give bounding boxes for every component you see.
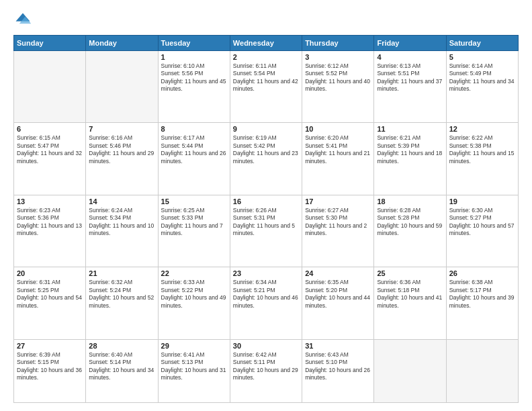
day-info: Sunrise: 6:39 AM Sunset: 5:15 PM Dayligh… (17, 351, 83, 382)
day-number: 27 (17, 342, 83, 350)
day-cell: 13Sunrise: 6:23 AM Sunset: 5:36 PM Dayli… (14, 195, 86, 267)
day-number: 16 (233, 197, 299, 205)
day-info: Sunrise: 6:42 AM Sunset: 5:11 PM Dayligh… (233, 351, 299, 382)
weekday-header-saturday: Saturday (446, 36, 518, 51)
day-cell: 4Sunrise: 6:13 AM Sunset: 5:51 PM Daylig… (374, 51, 446, 123)
weekday-header-tuesday: Tuesday (158, 36, 230, 51)
day-info: Sunrise: 6:23 AM Sunset: 5:36 PM Dayligh… (17, 207, 83, 238)
day-info: Sunrise: 6:20 AM Sunset: 5:41 PM Dayligh… (305, 134, 371, 165)
day-cell: 19Sunrise: 6:30 AM Sunset: 5:27 PM Dayli… (446, 195, 518, 267)
day-cell: 18Sunrise: 6:28 AM Sunset: 5:28 PM Dayli… (374, 195, 446, 267)
day-cell (446, 339, 518, 402)
day-number: 20 (17, 269, 83, 277)
day-number: 7 (89, 125, 154, 133)
day-cell: 30Sunrise: 6:42 AM Sunset: 5:11 PM Dayli… (230, 339, 302, 402)
day-number: 17 (305, 197, 371, 205)
day-cell: 21Sunrise: 6:32 AM Sunset: 5:24 PM Dayli… (86, 267, 158, 339)
day-info: Sunrise: 6:19 AM Sunset: 5:42 PM Dayligh… (233, 134, 299, 165)
day-number: 1 (161, 53, 227, 61)
day-cell: 11Sunrise: 6:21 AM Sunset: 5:39 PM Dayli… (374, 123, 446, 195)
day-cell (86, 51, 158, 123)
day-number: 10 (305, 125, 371, 133)
day-cell: 10Sunrise: 6:20 AM Sunset: 5:41 PM Dayli… (302, 123, 374, 195)
logo-icon (13, 11, 32, 30)
day-info: Sunrise: 6:41 AM Sunset: 5:13 PM Dayligh… (161, 351, 227, 382)
day-cell: 22Sunrise: 6:33 AM Sunset: 5:22 PM Dayli… (158, 267, 230, 339)
day-cell: 29Sunrise: 6:41 AM Sunset: 5:13 PM Dayli… (158, 339, 230, 402)
day-info: Sunrise: 6:36 AM Sunset: 5:18 PM Dayligh… (377, 279, 443, 310)
day-info: Sunrise: 6:12 AM Sunset: 5:52 PM Dayligh… (305, 62, 371, 93)
day-number: 3 (305, 53, 371, 61)
weekday-header-friday: Friday (374, 36, 446, 51)
day-info: Sunrise: 6:11 AM Sunset: 5:54 PM Dayligh… (233, 62, 299, 93)
weekday-header-row: SundayMondayTuesdayWednesdayThursdayFrid… (14, 36, 519, 51)
day-number: 2 (233, 53, 299, 61)
day-info: Sunrise: 6:31 AM Sunset: 5:25 PM Dayligh… (17, 279, 83, 310)
day-info: Sunrise: 6:25 AM Sunset: 5:33 PM Dayligh… (161, 207, 227, 238)
day-number: 30 (233, 342, 299, 350)
day-info: Sunrise: 6:22 AM Sunset: 5:38 PM Dayligh… (449, 134, 515, 165)
day-number: 21 (89, 269, 154, 277)
day-cell: 24Sunrise: 6:35 AM Sunset: 5:20 PM Dayli… (302, 267, 374, 339)
day-info: Sunrise: 6:17 AM Sunset: 5:44 PM Dayligh… (161, 134, 227, 165)
day-info: Sunrise: 6:16 AM Sunset: 5:46 PM Dayligh… (89, 134, 154, 165)
day-number: 9 (233, 125, 299, 133)
day-number: 24 (305, 269, 371, 277)
day-info: Sunrise: 6:13 AM Sunset: 5:51 PM Dayligh… (377, 62, 443, 93)
weekday-header-monday: Monday (86, 36, 158, 51)
day-cell: 28Sunrise: 6:40 AM Sunset: 5:14 PM Dayli… (86, 339, 158, 402)
day-number: 13 (17, 197, 83, 205)
day-cell: 2Sunrise: 6:11 AM Sunset: 5:54 PM Daylig… (230, 51, 302, 123)
week-row-1: 6Sunrise: 6:15 AM Sunset: 5:47 PM Daylig… (14, 123, 519, 195)
day-cell: 7Sunrise: 6:16 AM Sunset: 5:46 PM Daylig… (86, 123, 158, 195)
day-info: Sunrise: 6:43 AM Sunset: 5:10 PM Dayligh… (305, 351, 371, 382)
day-cell: 27Sunrise: 6:39 AM Sunset: 5:15 PM Dayli… (14, 339, 86, 402)
day-info: Sunrise: 6:14 AM Sunset: 5:49 PM Dayligh… (449, 62, 515, 93)
day-info: Sunrise: 6:15 AM Sunset: 5:47 PM Dayligh… (17, 134, 83, 165)
day-number: 22 (161, 269, 227, 277)
day-cell: 15Sunrise: 6:25 AM Sunset: 5:33 PM Dayli… (158, 195, 230, 267)
page: SundayMondayTuesdayWednesdayThursdayFrid… (0, 0, 532, 411)
day-info: Sunrise: 6:26 AM Sunset: 5:31 PM Dayligh… (233, 207, 299, 238)
day-number: 11 (377, 125, 443, 133)
day-cell: 14Sunrise: 6:24 AM Sunset: 5:34 PM Dayli… (86, 195, 158, 267)
day-info: Sunrise: 6:27 AM Sunset: 5:30 PM Dayligh… (305, 207, 371, 238)
day-number: 4 (377, 53, 443, 61)
day-info: Sunrise: 6:10 AM Sunset: 5:56 PM Dayligh… (161, 62, 227, 93)
day-cell: 6Sunrise: 6:15 AM Sunset: 5:47 PM Daylig… (14, 123, 86, 195)
day-number: 15 (161, 197, 227, 205)
day-info: Sunrise: 6:33 AM Sunset: 5:22 PM Dayligh… (161, 279, 227, 310)
day-number: 31 (305, 342, 371, 350)
day-number: 6 (17, 125, 83, 133)
day-cell: 12Sunrise: 6:22 AM Sunset: 5:38 PM Dayli… (446, 123, 518, 195)
day-number: 5 (449, 53, 515, 61)
day-number: 8 (161, 125, 227, 133)
week-row-2: 13Sunrise: 6:23 AM Sunset: 5:36 PM Dayli… (14, 195, 519, 267)
logo (13, 11, 35, 30)
day-cell: 16Sunrise: 6:26 AM Sunset: 5:31 PM Dayli… (230, 195, 302, 267)
day-info: Sunrise: 6:35 AM Sunset: 5:20 PM Dayligh… (305, 279, 371, 310)
day-number: 23 (233, 269, 299, 277)
day-cell (374, 339, 446, 402)
day-cell: 5Sunrise: 6:14 AM Sunset: 5:49 PM Daylig… (446, 51, 518, 123)
day-number: 25 (377, 269, 443, 277)
day-cell: 1Sunrise: 6:10 AM Sunset: 5:56 PM Daylig… (158, 51, 230, 123)
day-cell: 26Sunrise: 6:38 AM Sunset: 5:17 PM Dayli… (446, 267, 518, 339)
day-info: Sunrise: 6:40 AM Sunset: 5:14 PM Dayligh… (89, 351, 154, 382)
day-number: 14 (89, 197, 154, 205)
week-row-0: 1Sunrise: 6:10 AM Sunset: 5:56 PM Daylig… (14, 51, 519, 123)
day-cell: 3Sunrise: 6:12 AM Sunset: 5:52 PM Daylig… (302, 51, 374, 123)
day-number: 29 (161, 342, 227, 350)
day-cell: 25Sunrise: 6:36 AM Sunset: 5:18 PM Dayli… (374, 267, 446, 339)
week-row-3: 20Sunrise: 6:31 AM Sunset: 5:25 PM Dayli… (14, 267, 519, 339)
day-cell: 9Sunrise: 6:19 AM Sunset: 5:42 PM Daylig… (230, 123, 302, 195)
weekday-header-wednesday: Wednesday (230, 36, 302, 51)
day-cell: 8Sunrise: 6:17 AM Sunset: 5:44 PM Daylig… (158, 123, 230, 195)
day-info: Sunrise: 6:21 AM Sunset: 5:39 PM Dayligh… (377, 134, 443, 165)
day-info: Sunrise: 6:32 AM Sunset: 5:24 PM Dayligh… (89, 279, 154, 310)
day-cell: 17Sunrise: 6:27 AM Sunset: 5:30 PM Dayli… (302, 195, 374, 267)
day-number: 26 (449, 269, 515, 277)
weekday-header-sunday: Sunday (14, 36, 86, 51)
day-cell: 20Sunrise: 6:31 AM Sunset: 5:25 PM Dayli… (14, 267, 86, 339)
day-info: Sunrise: 6:24 AM Sunset: 5:34 PM Dayligh… (89, 207, 154, 238)
